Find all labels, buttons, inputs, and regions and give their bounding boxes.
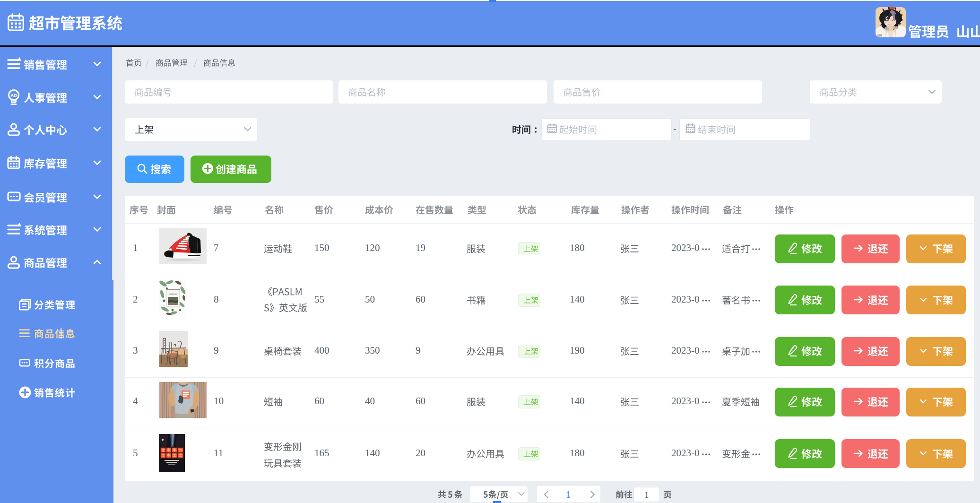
svg-text:AD: AD bbox=[10, 93, 17, 98]
